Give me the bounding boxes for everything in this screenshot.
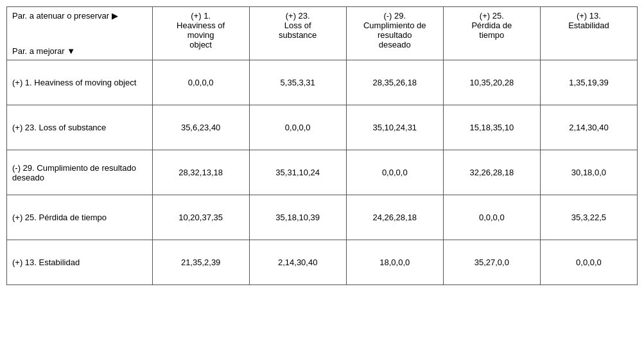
col-header-3: (-) 29. Cumplimiento de resultado desead…: [346, 7, 443, 60]
corner-bottom-text: Par. a mejorar ▼: [12, 46, 147, 56]
cell-r4-c1: 2,14,30,40: [249, 240, 346, 285]
col-header-2: (+) 23. Loss of substance: [249, 7, 346, 60]
row-label-1: (+) 23. Loss of substance: [7, 105, 153, 150]
cell-r2-c4: 30,18,0,0: [540, 150, 637, 195]
cell-r0-c2: 28,35,26,18: [346, 60, 443, 105]
row-label-2: (-) 29. Cumplimiento de resultado desead…: [7, 150, 153, 195]
row-label-3: (+) 25. Pérdida de tiempo: [7, 195, 153, 240]
cell-r3-c1: 35,18,10,39: [249, 195, 346, 240]
cell-r0-c1: 5,35,3,31: [249, 60, 346, 105]
corner-top-text: Par. a atenuar o preservar ▶: [12, 11, 147, 21]
cell-r0-c4: 1,35,19,39: [540, 60, 637, 105]
corner-header: Par. a atenuar o preservar ▶ Par. a mejo…: [7, 7, 153, 60]
row-label-4: (+) 13. Estabilidad: [7, 240, 153, 285]
col-header-1: (+) 1. Heaviness of moving object: [152, 7, 249, 60]
cell-r4-c4: 0,0,0,0: [540, 240, 637, 285]
cell-r2-c3: 32,26,28,18: [443, 150, 540, 195]
row-label-0: (+) 1. Heaviness of moving object: [7, 60, 153, 105]
cell-r3-c0: 10,20,37,35: [152, 195, 249, 240]
cell-r1-c1: 0,0,0,0: [249, 105, 346, 150]
col-header-4: (+) 25. Pérdida de tiempo: [443, 7, 540, 60]
cell-r4-c0: 21,35,2,39: [152, 240, 249, 285]
cell-r1-c0: 35,6,23,40: [152, 105, 249, 150]
cell-r3-c4: 35,3,22,5: [540, 195, 637, 240]
cell-r4-c3: 35,27,0,0: [443, 240, 540, 285]
cell-r1-c3: 15,18,35,10: [443, 105, 540, 150]
cell-r0-c0: 0,0,0,0: [152, 60, 249, 105]
cell-r4-c2: 18,0,0,0: [346, 240, 443, 285]
cell-r1-c2: 35,10,24,31: [346, 105, 443, 150]
cell-r1-c4: 2,14,30,40: [540, 105, 637, 150]
cell-r0-c3: 10,35,20,28: [443, 60, 540, 105]
cell-r3-c2: 24,26,28,18: [346, 195, 443, 240]
cell-r3-c3: 0,0,0,0: [443, 195, 540, 240]
cell-r2-c0: 28,32,13,18: [152, 150, 249, 195]
cell-r2-c2: 0,0,0,0: [346, 150, 443, 195]
col-header-5: (+) 13. Estabilidad: [540, 7, 637, 60]
cell-r2-c1: 35,31,10,24: [249, 150, 346, 195]
